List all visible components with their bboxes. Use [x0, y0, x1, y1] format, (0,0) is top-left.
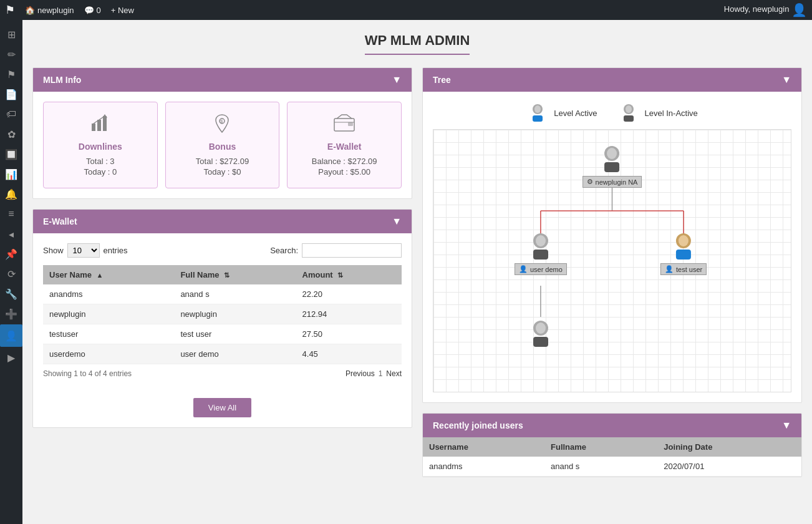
sidebar-play-icon[interactable]: ▶	[0, 348, 22, 367]
entries-select[interactable]: 10 25 50 100	[67, 243, 100, 258]
tree-body: Level Active Level In-Active	[423, 92, 801, 402]
next-page-link[interactable]: Next	[386, 369, 402, 378]
mlm-info-panel: MLM Info ▼	[32, 67, 412, 199]
svg-rect-2	[103, 116, 107, 131]
child-right-icon: 👤	[665, 265, 674, 273]
tree-header: Tree ▼	[423, 68, 801, 92]
cell-username: anandms	[43, 284, 174, 304]
recent-cell-username: anandms	[423, 457, 544, 477]
show-label: Show	[43, 246, 64, 255]
downlines-card: Downlines Total : 3 Today : 0	[43, 102, 158, 188]
mlm-info-chevron-icon[interactable]: ▼	[392, 74, 402, 85]
mlm-info-body: Downlines Total : 3 Today : 0 $	[33, 92, 412, 198]
svg-rect-14	[624, 115, 634, 122]
sidebar-pin-icon[interactable]: 📌	[0, 245, 22, 263]
table-row: testuser test user 27.50	[43, 324, 402, 344]
sidebar-add-icon[interactable]: ➕	[0, 304, 22, 323]
sidebar-tools-icon[interactable]: 🔧	[0, 284, 22, 303]
sidebar-user-icon[interactable]: 👤	[0, 324, 22, 347]
cell-fullname: test user	[174, 324, 296, 344]
cell-username: testuser	[43, 324, 174, 344]
sidebar-page-icon[interactable]: 📄	[0, 85, 22, 104]
comment-icon: 💬	[84, 6, 94, 15]
current-page[interactable]: 1	[379, 369, 383, 378]
svg-rect-11	[533, 115, 543, 122]
sidebar-chart-icon[interactable]: 📊	[0, 165, 22, 183]
table-controls: Show 10 25 50 100 entries Search:	[43, 243, 402, 258]
mlm-info-header: MLM Info ▼	[33, 68, 412, 92]
ewallet-title: E-Wallet	[297, 142, 391, 152]
legend-inactive-avatar	[617, 102, 640, 124]
right-column: Tree ▼ Level Active	[422, 67, 802, 477]
left-column: MLM Info ▼	[32, 67, 412, 477]
col-fullname[interactable]: Full Name ⇅	[174, 265, 296, 284]
tree-chevron-icon[interactable]: ▼	[781, 74, 791, 85]
col-amount[interactable]: Amount ⇅	[296, 265, 402, 284]
legend-inactive: Level In-Active	[617, 102, 698, 124]
col-username[interactable]: User Name ▲	[43, 265, 174, 284]
list-item: anandms anand s 2020/07/01	[423, 457, 801, 477]
recently-joined-chevron-icon[interactable]: ▼	[781, 420, 791, 431]
child-left-avatar	[524, 230, 557, 262]
tree-container: ⚙ newplugin NA	[433, 129, 791, 392]
ewallet-balance: Balance : $272.09	[297, 157, 391, 166]
grandchild-avatar	[524, 317, 557, 349]
svg-point-21	[607, 148, 617, 159]
sidebar-bell-icon[interactable]: 🔔	[0, 185, 22, 203]
wp-logo-icon[interactable]: ⚑	[5, 3, 15, 17]
svg-rect-1	[97, 120, 101, 131]
child-right-label: 👤 test user	[660, 263, 707, 275]
bonus-title: Bonus	[176, 142, 269, 152]
recently-joined-table: Username Fullname Joining Date anandms a…	[423, 437, 801, 477]
child-right-avatar	[667, 230, 700, 262]
prev-page-link[interactable]: Previous	[346, 369, 375, 378]
svg-point-30	[536, 323, 546, 334]
downlines-total: Total : 3	[54, 157, 147, 166]
cell-username: newplugin	[43, 304, 174, 324]
tree-child-right: 👤 test user	[660, 230, 707, 275]
recent-col-username: Username	[423, 437, 544, 457]
recent-col-date: Joining Date	[657, 437, 801, 457]
root-avatar	[596, 142, 629, 175]
svg-point-13	[626, 105, 632, 113]
sidebar-flower-icon[interactable]: ✿	[0, 125, 22, 143]
sort-fullname-icon: ⇅	[224, 271, 230, 279]
table-footer: Showing 1 to 4 of 4 entries Previous 1 N…	[43, 369, 402, 378]
ewallet-table: User Name ▲ Full Name ⇅ Amount ⇅	[43, 265, 402, 364]
recently-joined-panel: Recently joined users ▼ Username Fullnam…	[422, 413, 802, 477]
sidebar-refresh-icon[interactable]: ⟳	[0, 264, 22, 283]
sidebar-menu-icon[interactable]: ≡	[0, 205, 22, 223]
ewallet-body: Show 10 25 50 100 entries Search:	[33, 233, 412, 388]
site-name[interactable]: 🏠 newplugin	[25, 6, 74, 15]
bonus-icon: $	[176, 112, 269, 139]
root-label-icon: ⚙	[587, 178, 593, 186]
comments-link[interactable]: 💬 0	[84, 6, 101, 15]
ewallet-panel: E-Wallet ▼ Show 10 25 50 100	[32, 209, 412, 428]
svg-rect-7	[348, 122, 353, 126]
page-title: WP MLM ADMIN	[365, 32, 470, 55]
entries-label: entries	[104, 246, 128, 255]
cell-username: userdemo	[43, 344, 174, 364]
view-all-button[interactable]: View All	[193, 398, 251, 417]
sort-amount-icon: ⇅	[337, 271, 343, 279]
sidebar-dashboard-icon[interactable]: ⊞	[0, 25, 22, 44]
sidebar-flag-icon[interactable]: ⚑	[0, 65, 22, 84]
recently-joined-header: Recently joined users ▼	[423, 414, 801, 437]
sidebar-back-icon[interactable]: ◂	[0, 225, 22, 243]
cell-fullname: anand s	[174, 284, 296, 304]
new-content-link[interactable]: + New	[111, 6, 134, 15]
cell-amount: 4.45	[296, 344, 402, 364]
svg-point-24	[536, 235, 546, 246]
sidebar-tags-icon[interactable]: 🏷	[0, 105, 22, 124]
ewallet-chevron-icon[interactable]: ▼	[392, 216, 402, 227]
main-content: WP MLM ADMIN MLM Info ▼	[22, 20, 812, 524]
svg-point-10	[534, 105, 541, 113]
table-row: userdemo user demo 4.45	[43, 344, 402, 364]
howdy-text: Howdy, newplugin 👤	[724, 2, 807, 17]
search-input[interactable]	[302, 243, 402, 258]
child-left-label: 👤 user demo	[515, 263, 567, 275]
sidebar-grid-icon[interactable]: 🔲	[0, 145, 22, 163]
svg-rect-25	[533, 250, 548, 260]
sidebar-edit-icon[interactable]: ✏	[0, 45, 22, 64]
cell-fullname: newplugin	[174, 304, 296, 324]
